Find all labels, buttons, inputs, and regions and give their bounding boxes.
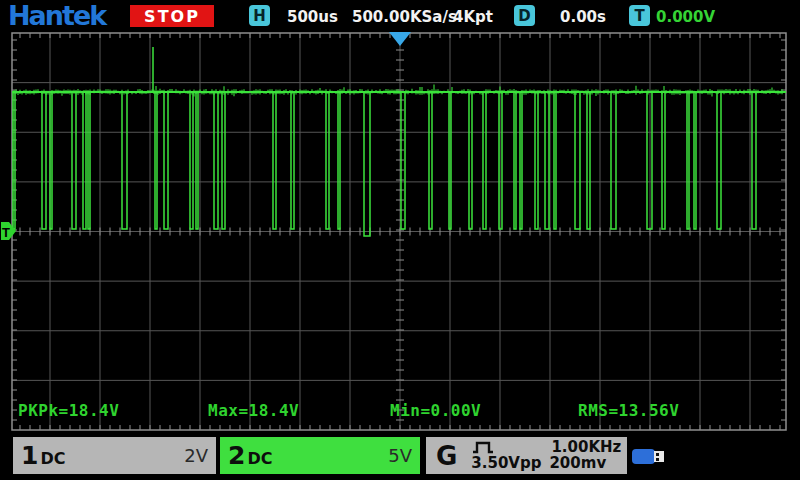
channel2-box[interactable]: 2 DC 5V bbox=[220, 437, 420, 474]
timebase-value: 500us bbox=[287, 8, 338, 26]
memory-depth-value: 4Kpt bbox=[453, 8, 493, 26]
measurement-min: Min=0.00V bbox=[390, 401, 481, 420]
sample-rate-value: 500.00KSa/s bbox=[352, 8, 457, 26]
generator-frequency: 1.00KHz bbox=[551, 439, 621, 456]
channel2-scale: 5V bbox=[388, 445, 420, 466]
channel2-coupling: DC bbox=[247, 449, 272, 468]
channel1-box[interactable]: 1 DC 2V bbox=[13, 437, 216, 474]
measurement-pkpk: PKPk=18.4V bbox=[18, 401, 119, 420]
hantek-logo: Hantek bbox=[8, 0, 105, 31]
trigger-position-marker[interactable] bbox=[389, 32, 411, 46]
channel1-coupling: DC bbox=[40, 449, 65, 468]
generator-box[interactable]: G 1.00KHz 3.50Vpp 200mv bbox=[426, 437, 627, 474]
measurement-rms: RMS=13.56V bbox=[578, 401, 679, 420]
channel2-number: 2 bbox=[220, 443, 245, 468]
oscilloscope-screen: T Hantek STOP H 500us 500.00KSa/s 4Kpt D… bbox=[0, 0, 800, 480]
measurement-max: Max=18.4V bbox=[208, 401, 299, 420]
delay-badge-icon[interactable]: D bbox=[514, 5, 535, 26]
channel1-scale: 2V bbox=[184, 445, 216, 466]
trigger-badge-icon[interactable]: T bbox=[629, 5, 650, 26]
generator-amplitude: 3.50Vpp bbox=[471, 455, 541, 472]
trigger-level-value: 0.000V bbox=[656, 8, 715, 26]
svg-text:T: T bbox=[2, 225, 10, 240]
run-stop-button[interactable]: STOP bbox=[130, 5, 214, 27]
square-wave-icon bbox=[471, 439, 495, 455]
channel1-number: 1 bbox=[13, 443, 38, 468]
generator-label: G bbox=[426, 443, 457, 469]
usb-icon bbox=[632, 447, 670, 467]
timebase-badge-icon[interactable]: H bbox=[249, 5, 270, 26]
generator-offset: 200mv bbox=[549, 455, 606, 472]
channel2-waveform bbox=[12, 47, 786, 236]
delay-value: 0.00s bbox=[560, 8, 606, 26]
